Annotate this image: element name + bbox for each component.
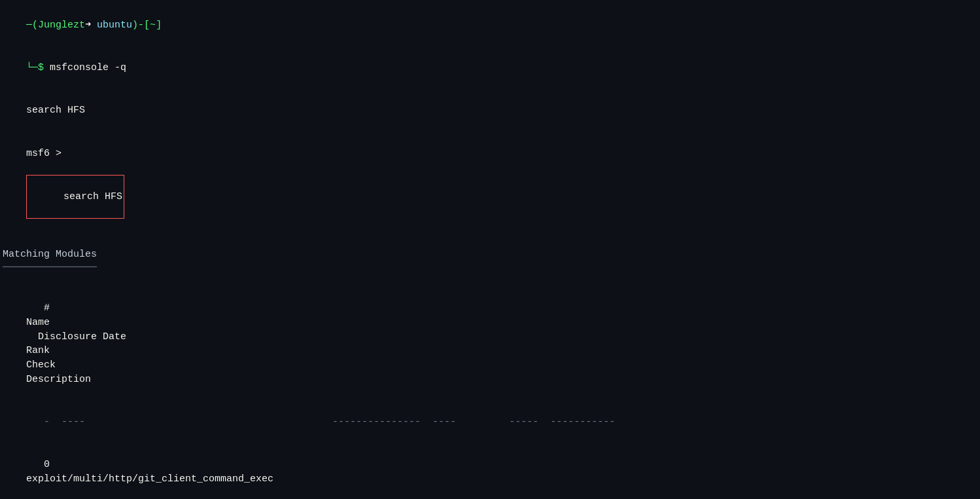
open-bracket: ─( <box>26 20 38 31</box>
blank2 <box>0 273 980 287</box>
table-divider-row: - ---- --------------- ---- ----- ------… <box>0 401 980 443</box>
path-tilde: ~ <box>150 20 156 31</box>
msfconsole-cmd: msfconsole -q <box>44 62 126 73</box>
terminal-window: ─(Junglezt➜ ubuntu)-[~] └─$ msfconsole -… <box>0 0 980 499</box>
title-bar: ─(Junglezt➜ ubuntu)-[~] <box>0 4 980 46</box>
prompt-arrow: └─ <box>26 62 38 73</box>
col-hash: # <box>26 303 61 314</box>
msfconsole-prompt-line: └─$ msfconsole -q <box>0 46 980 89</box>
table-divider-top: ──────────────── <box>0 262 980 273</box>
col-rank: Rank <box>26 345 103 356</box>
at-sign: ➜ <box>85 20 91 31</box>
search-hfs-line: search HFS <box>0 90 980 132</box>
col-check: Check <box>26 360 67 371</box>
msf6-search-line: msf6 > search HFS <box>0 132 980 233</box>
row0-spacer <box>26 488 38 499</box>
dollar-sign: $ <box>38 62 44 73</box>
col-name: Name <box>26 317 297 328</box>
matching-modules-header: Matching Modules <box>0 248 980 262</box>
username: Junglezt <box>38 20 85 31</box>
col-date: Disclosure Date <box>26 331 138 342</box>
close-bracket: ] <box>156 20 162 31</box>
col-desc: Description <box>26 374 91 385</box>
blank1 <box>0 233 980 248</box>
table-header-row: # Name Disclosure Date Rank Check Descri… <box>0 287 980 401</box>
close-paren: )-[ <box>132 20 150 31</box>
row0-num: 0 <box>26 459 61 470</box>
msf6-prompt: msf6 > <box>26 148 61 159</box>
table-row-0: 0 exploit/multi/http/git_client_command_… <box>0 444 980 500</box>
search-hfs-boxed: search HFS <box>26 175 124 219</box>
divider-row-text: - ---- --------------- ---- ----- ------… <box>26 416 615 428</box>
row0-name: exploit/multi/http/git_client_command_ex… <box>26 473 273 485</box>
search-hfs-text: search HFS <box>26 105 85 116</box>
hostname: ubuntu <box>91 20 132 31</box>
